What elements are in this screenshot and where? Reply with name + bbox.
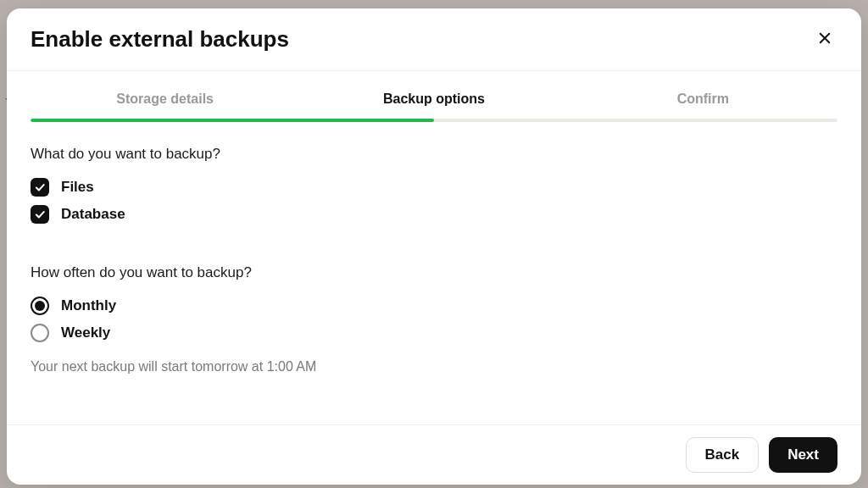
radio-label: Monthly: [61, 297, 116, 314]
checkbox-label: Database: [61, 206, 125, 223]
next-backup-info: Your next backup will start tomorrow at …: [31, 359, 837, 374]
step-confirm[interactable]: Confirm: [569, 92, 837, 119]
checkbox-row-database[interactable]: Database: [31, 205, 837, 224]
stepper: Storage details Backup options Confirm: [7, 92, 861, 119]
checkbox-row-files[interactable]: Files: [31, 178, 837, 197]
progress-track: [31, 119, 837, 122]
modal-body: What do you want to backup? Files Databa…: [7, 122, 861, 424]
close-button[interactable]: [812, 25, 837, 53]
back-button[interactable]: Back: [686, 437, 760, 473]
radio-label: Weekly: [61, 324, 110, 341]
step-label: Confirm: [677, 92, 729, 106]
checkbox-checked-icon: [31, 178, 49, 197]
modal-title: Enable external backups: [31, 26, 289, 53]
radio-row-weekly[interactable]: Weekly: [31, 324, 837, 342]
close-icon: [817, 30, 832, 48]
question-what-backup: What do you want to backup?: [31, 146, 837, 163]
modal-header: Enable external backups: [7, 8, 861, 71]
step-label: Storage details: [116, 92, 214, 106]
modal-footer: Back Next: [7, 424, 861, 485]
progress-fill: [31, 119, 434, 122]
modal-dialog: Enable external backups Storage details …: [7, 8, 861, 485]
checkbox-checked-icon: [31, 205, 49, 224]
step-storage-details[interactable]: Storage details: [31, 92, 299, 119]
step-backup-options[interactable]: Backup options: [299, 92, 568, 119]
radio-selected-icon: [31, 297, 49, 315]
radio-unselected-icon: [31, 324, 49, 342]
next-button[interactable]: Next: [769, 437, 837, 473]
radio-row-monthly[interactable]: Monthly: [31, 297, 837, 315]
checkbox-label: Files: [61, 179, 94, 196]
question-how-often: How often do you want to backup?: [31, 264, 837, 281]
step-label: Backup options: [383, 92, 485, 106]
